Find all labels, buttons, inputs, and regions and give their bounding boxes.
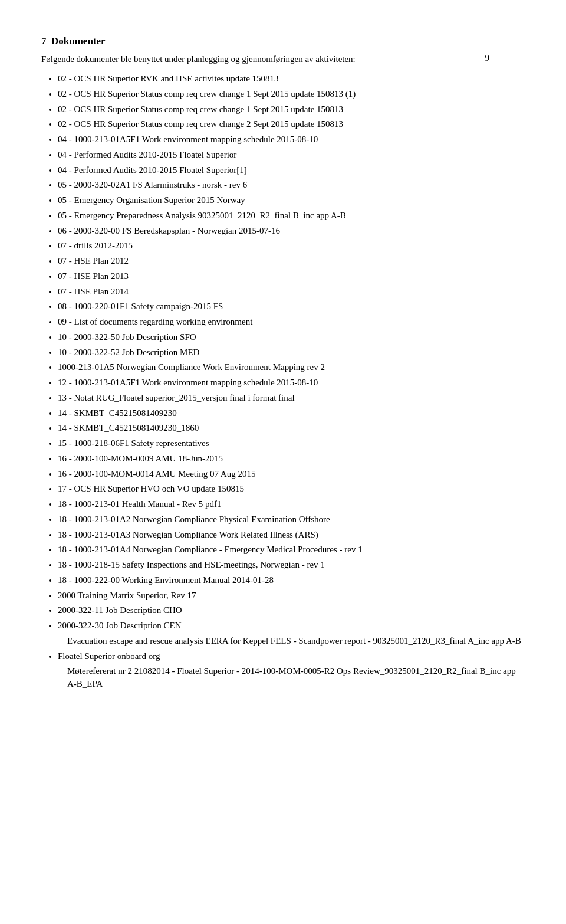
list-item: Evacuation escape and rescue analysis EE…: [55, 635, 525, 648]
list-item: 14 - SKMBT_C45215081409230: [58, 407, 525, 420]
list-item: 13 - Notat RUG_Floatel superior_2015_ver…: [58, 392, 525, 405]
list-item: 15 - 1000-218-06F1 Safety representative…: [58, 437, 525, 450]
list-item: 18 - 1000-213-01A4 Norwegian Compliance …: [58, 543, 525, 556]
list-item: 07 - HSE Plan 2012: [58, 255, 525, 268]
list-item: 2000-322-11 Job Description CHO: [58, 604, 525, 617]
section-intro: Følgende dokumenter ble benyttet under p…: [41, 54, 525, 64]
list-item: 05 - 2000-320-02A1 FS Alarminstruks - no…: [58, 179, 525, 192]
list-item: 04 - Performed Audits 2010-2015 Floatel …: [58, 149, 525, 162]
list-item: 18 - 1000-213-01A2 Norwegian Compliance …: [58, 513, 525, 526]
page-number: 9: [485, 53, 490, 63]
list-item: 05 - Emergency Preparedness Analysis 903…: [58, 209, 525, 222]
document-list: 02 - OCS HR Superior RVK and HSE activit…: [41, 73, 525, 691]
list-item: 18 - 1000-218-15 Safety Inspections and …: [58, 559, 525, 572]
list-item: 12 - 1000-213-01A5F1 Work environment ma…: [58, 376, 525, 389]
list-item: 08 - 1000-220-01F1 Safety campaign-2015 …: [58, 300, 525, 313]
list-item: 02 - OCS HR Superior Status comp req cre…: [58, 103, 525, 116]
list-item: 10 - 2000-322-50 Job Description SFO: [58, 331, 525, 344]
list-item: 16 - 2000-100-MOM-0009 AMU 18-Jun-2015: [58, 453, 525, 466]
list-item: 16 - 2000-100-MOM-0014 AMU Meeting 07 Au…: [58, 468, 525, 481]
list-item: 02 - OCS HR Superior RVK and HSE activit…: [58, 73, 525, 86]
list-item: 02 - OCS HR Superior Status comp req cre…: [58, 118, 525, 131]
list-item: 2000-322-30 Job Description CEN: [58, 620, 525, 633]
list-item: 05 - Emergency Organisation Superior 201…: [58, 194, 525, 207]
section-title: Dokumenter: [51, 35, 106, 47]
list-item: 07 - HSE Plan 2014: [58, 286, 525, 299]
list-item: 07 - drills 2012-2015: [58, 240, 525, 253]
list-item: 07 - HSE Plan 2013: [58, 270, 525, 283]
list-item: 04 - Performed Audits 2010-2015 Floatel …: [58, 164, 525, 177]
section-number: 7: [41, 35, 47, 47]
list-item: Møterefererat nr 2 21082014 - Floatel Su…: [55, 665, 525, 691]
list-item: 18 - 1000-213-01A3 Norwegian Compliance …: [58, 529, 525, 542]
list-item: 17 - OCS HR Superior HVO och VO update 1…: [58, 483, 525, 496]
section-heading: 7 Dokumenter: [41, 35, 525, 47]
list-item: 04 - 1000-213-01A5F1 Work environment ma…: [58, 133, 525, 146]
list-item: 02 - OCS HR Superior Status comp req cre…: [58, 88, 525, 101]
list-item: 18 - 1000-213-01 Health Manual - Rev 5 p…: [58, 498, 525, 511]
list-item: 2000 Training Matrix Superior, Rev 17: [58, 589, 525, 602]
list-item: 10 - 2000-322-52 Job Description MED: [58, 346, 525, 359]
list-item: 09 - List of documents regarding working…: [58, 316, 525, 329]
list-item: 14 - SKMBT_C45215081409230_1860: [58, 422, 525, 435]
list-item: 18 - 1000-222-00 Working Environment Man…: [58, 574, 525, 587]
list-item: 06 - 2000-320-00 FS Beredskapsplan - Nor…: [58, 225, 525, 238]
list-item: Floatel Superior onboard org: [58, 650, 525, 663]
list-item: 1000-213-01A5 Norwegian Compliance Work …: [58, 361, 525, 374]
